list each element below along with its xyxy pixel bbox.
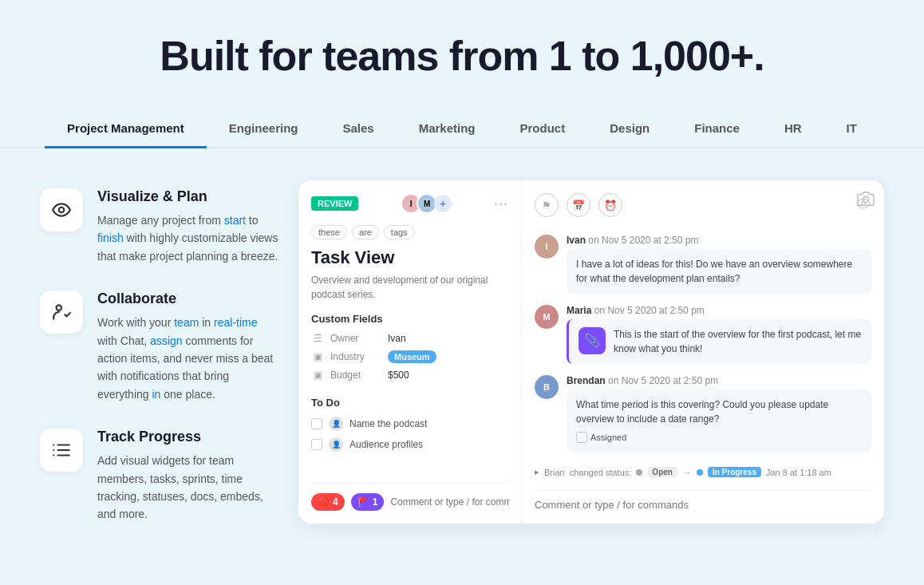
chat-user-maria: Maria [567, 305, 591, 316]
tag-are: are [352, 225, 379, 239]
status-in-progress: In Progress [708, 467, 761, 477]
comment-input[interactable] [390, 496, 510, 508]
more-options-icon[interactable]: ··· [494, 196, 508, 212]
badge-count-4: 🔴 4 [311, 493, 345, 511]
field-industry: ▣ Industry Museum [311, 350, 508, 363]
tab-engineering[interactable]: Engineering [207, 112, 321, 148]
status-user: Brian [544, 468, 565, 477]
field-owner: ☰ Owner Ivan [311, 333, 508, 344]
chat-content-ivan: Ivan on Nov 5 2020 at 2:50 pm I have a l… [567, 235, 871, 294]
todo-item-1: 👤 Name the podcast [311, 417, 508, 431]
tab-design[interactable]: Design [587, 112, 672, 148]
review-badge: REVIEW [311, 196, 358, 211]
tag-tags: tags [384, 225, 415, 239]
todo-item-2: 👤 Audience profiles [311, 437, 508, 452]
industry-label: Industry [330, 351, 381, 362]
chat-meta-brendan: Brendan on Nov 5 2020 at 2:50 pm [567, 375, 871, 386]
clock-icon: ⏰ [598, 193, 622, 217]
owner-label: Owner [330, 333, 381, 344]
right-panel: REVIEW I M + ··· these are tags Task Vie… [298, 180, 884, 524]
chat-bubble-maria: 📎 This is the start of the overview for … [567, 319, 871, 364]
chat-bubble-ivan: I have a lot of ideas for this! Do we ha… [567, 249, 871, 294]
eye-icon [51, 200, 72, 220]
visualize-title: Visualize & Plan [97, 188, 279, 205]
tab-finance[interactable]: Finance [672, 112, 762, 148]
status-time: Jan 8 at 1:18 am [766, 468, 831, 477]
collaborate-text: Collaborate Work with your team in real-… [97, 291, 279, 403]
page-wrapper: Built for teams from 1 to 1,000+. Projec… [0, 0, 924, 555]
left-panel: Visualize & Plan Manage any project from… [40, 180, 279, 524]
owner-icon: ☰ [311, 333, 324, 344]
avatar-maria: M [535, 305, 559, 329]
todo-label-1: Name the podcast [349, 418, 427, 429]
avatar-brendan: B [535, 375, 559, 399]
tab-marketing[interactable]: Marketing [397, 112, 498, 148]
svg-point-0 [59, 208, 65, 213]
chat-message-maria: M Maria on Nov 5 2020 at 2:50 pm 📎 This … [535, 305, 871, 364]
task-title: Task View [311, 247, 508, 268]
collaborate-title: Collaborate [97, 291, 279, 307]
svg-point-8 [863, 196, 868, 202]
chat-text-brendan: What time period is this covering? Could… [576, 399, 828, 425]
attachment-icon: 📎 [578, 327, 606, 354]
mock-chat-panel: ⚑ 📅 ⏰ I [522, 180, 884, 524]
mock-right-header: ⚑ 📅 ⏰ [535, 193, 871, 225]
hero-title: Built for teams from 1 to 1,000+. [0, 32, 924, 112]
chat-time-ivan: on Nov 5 2020 at 2:50 pm [588, 235, 698, 246]
assigned-badge: Assigned [576, 431, 862, 445]
status-action: changed status: [570, 468, 632, 477]
chat-user-brendan: Brendan [567, 375, 606, 386]
calendar-icon: 📅 [567, 193, 590, 217]
chat-meta-maria: Maria on Nov 5 2020 at 2:50 pm [567, 305, 871, 316]
tag-these: these [311, 225, 347, 239]
chat-content-maria: Maria on Nov 5 2020 at 2:50 pm 📎 This is… [567, 305, 871, 364]
task-desc: Overview and development of our original… [311, 273, 508, 302]
chat-content-brendan: Brendan on Nov 5 2020 at 2:50 pm What ti… [567, 375, 871, 453]
chat-time-brendan: on Nov 5 2020 at 2:50 pm [608, 375, 718, 386]
feature-track: Track Progress Add visual widgets for te… [40, 429, 279, 524]
track-desc: Add visual widgets for team members, tas… [97, 452, 279, 524]
visualize-icon-box [40, 188, 83, 231]
chat-messages: I Ivan on Nov 5 2020 at 2:50 pm I have a… [535, 235, 871, 480]
collaborate-icon-box [40, 291, 83, 334]
field-budget: ▣ Budget $500 [311, 370, 508, 381]
avatar-ivan: I [535, 235, 559, 259]
assigned-label: Assigned [590, 431, 626, 445]
industry-icon: ▣ [311, 351, 324, 362]
tab-product[interactable]: Product [498, 112, 588, 148]
comment-text-input[interactable] [535, 499, 871, 511]
todo-user-icon-2: 👤 [329, 437, 343, 452]
budget-icon: ▣ [311, 370, 324, 381]
chat-message-ivan: I Ivan on Nov 5 2020 at 2:50 pm I have a… [535, 235, 871, 294]
status-change: ▸ Brian changed status: Open → In Progre… [535, 464, 871, 478]
industry-value: Museum [388, 350, 436, 363]
tab-project-management[interactable]: Project Management [45, 112, 207, 148]
todo-checkbox-2[interactable] [311, 439, 322, 450]
mock-header: REVIEW I M + ··· [311, 193, 508, 214]
track-text: Track Progress Add visual widgets for te… [97, 429, 279, 524]
status-dot-left: ▸ [535, 467, 539, 477]
feature-collaborate: Collaborate Work with your team in real-… [40, 291, 279, 403]
avatar-add[interactable]: + [434, 195, 452, 212]
tab-sales[interactable]: Sales [320, 112, 396, 148]
todo-section: To Do 👤 Name the podcast 👤 Audience prof… [311, 397, 508, 458]
visualize-desc: Manage any project from start to finish … [97, 211, 279, 265]
custom-fields-title: Custom Fields [311, 313, 508, 325]
tab-hr[interactable]: HR [762, 112, 824, 148]
tab-it[interactable]: IT [824, 112, 879, 148]
track-title: Track Progress [97, 429, 279, 445]
badge-count-1-value: 1 [373, 496, 378, 508]
flag-icon: ⚑ [535, 193, 559, 217]
camera-icon [857, 190, 875, 211]
arrow-icon: → [682, 467, 692, 478]
todo-label-2: Audience profiles [349, 439, 423, 450]
chat-bubble-brendan: What time period is this covering? Could… [567, 389, 871, 453]
status-dot-open [636, 469, 642, 476]
collaborate-icon [51, 302, 72, 322]
chat-text-maria: This is the start of the overview for th… [614, 327, 862, 356]
mock-task-panel: REVIEW I M + ··· these are tags Task Vie… [298, 180, 522, 524]
collaborate-desc: Work with your team in real-time with Ch… [97, 314, 279, 403]
todo-user-icon-1: 👤 [329, 417, 343, 431]
todo-checkbox-1[interactable] [311, 418, 322, 429]
svg-point-1 [57, 306, 62, 311]
